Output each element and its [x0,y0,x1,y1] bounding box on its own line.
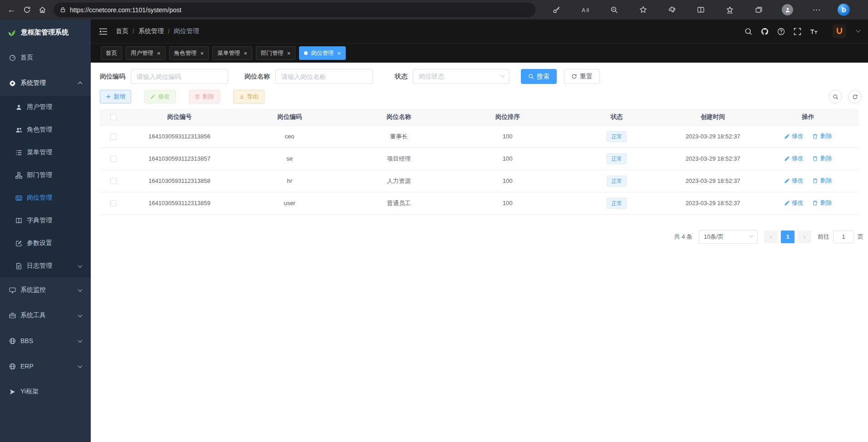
row-delete-link[interactable]: 删除 [812,154,832,162]
favorites-icon[interactable] [722,3,738,17]
sidebar-item-parameters[interactable]: 参数设置 [0,232,91,255]
menu-fold-icon[interactable] [99,28,108,35]
goto-unit: 页 [858,233,863,241]
status-badge: 正常 [607,153,627,164]
export-button[interactable]: 导出 [233,90,265,103]
sidebar-item-monitoring[interactable]: 系统监控 [0,277,91,303]
app-frame: 意框架管理系统 首页 系统管理 用户管理 角色管理 菜单管理 [0,20,868,442]
sidebar-item-system[interactable]: 系统管理 [0,70,91,96]
goto-page-input[interactable] [833,231,854,243]
site-security-lock-icon[interactable] [60,7,66,13]
fullscreen-icon[interactable] [794,28,801,35]
row-checkbox[interactable] [110,200,117,206]
zoom-icon[interactable] [607,3,622,17]
extensions-icon[interactable] [664,3,680,17]
tab-close-icon[interactable]: × [287,50,291,56]
cell-created-time: 2023-03-29 18:52:37 [669,192,757,214]
github-icon[interactable] [761,28,769,35]
row-checkbox[interactable] [110,133,117,140]
breadcrumb-item-home[interactable]: 首页 [116,27,128,35]
add-button[interactable]: 新增 [100,90,131,103]
tab-user-management[interactable]: 用户管理 × [126,46,166,60]
breadcrumb-item-system[interactable]: 系统管理 [138,27,164,35]
tab-home[interactable]: 首页 [101,46,122,60]
post-code-input[interactable] [131,69,228,84]
globe-icon [9,363,16,370]
cell-post-sort: 100 [450,170,565,192]
profile-avatar[interactable] [780,3,795,17]
delete-button-label: 删除 [202,93,214,101]
next-page-button[interactable]: › [798,231,811,243]
tab-close-icon[interactable]: × [244,50,247,56]
current-page-button[interactable]: 1 [781,231,794,243]
back-icon[interactable]: ← [4,3,19,17]
edit-button[interactable]: 修改 [144,90,176,103]
row-delete-link[interactable]: 删除 [812,177,832,185]
avatar-caret-icon[interactable] [856,28,861,32]
sidebar-item-menus[interactable]: 菜单管理 [0,141,91,164]
sidebar-item-posts[interactable]: 岗位管理 [0,187,91,209]
home-icon[interactable] [34,3,50,17]
sidebar-item-users[interactable]: 用户管理 [0,96,91,118]
select-all-checkbox[interactable] [110,114,117,120]
sidebar-item-label: Yi框架 [20,388,39,396]
org-tree-icon [15,172,22,179]
cell-post-id: 1641030593112313858 [127,170,232,192]
row-delete-link[interactable]: 删除 [812,132,832,140]
read-aloud-icon[interactable]: A [578,3,593,17]
status-badge: 正常 [607,131,627,142]
sidebar-item-yi-framework[interactable]: Yi框架 [0,379,91,404]
tab-close-icon[interactable]: × [337,50,341,56]
tab-post-management[interactable]: 岗位管理 × [299,46,346,60]
cell-post-name: 项目经理 [348,147,451,170]
status-select[interactable]: 岗位状态 [413,69,509,84]
sidebar-item-departments[interactable]: 部门管理 [0,164,91,187]
passwords-key-icon[interactable] [549,3,564,17]
tab-close-icon[interactable]: × [157,50,161,56]
tab-close-icon[interactable]: × [201,50,204,56]
row-checkbox[interactable] [110,178,117,184]
row-edit-link[interactable]: 修改 [784,132,804,140]
font-size-icon[interactable] [810,28,818,35]
svg-text:A: A [582,7,585,13]
refresh-table-button[interactable] [848,90,862,103]
tab-dept-management[interactable]: 部门管理 × [256,46,296,60]
user-avatar[interactable] [833,25,846,38]
delete-button[interactable]: 删除 [189,90,220,103]
cell-post-code: ceo [232,125,348,147]
row-delete-link[interactable]: 删除 [812,199,832,207]
sidebar-item-logs[interactable]: 日志管理 [0,255,91,277]
search-button[interactable]: 搜索 [521,69,557,84]
tab-role-management[interactable]: 角色管理 × [169,46,209,60]
sidebar-item-erp[interactable]: ERP [0,354,91,379]
globe-icon [9,338,16,344]
post-name-input[interactable] [275,69,373,84]
sidebar-item-home[interactable]: 首页 [0,45,91,70]
help-icon[interactable] [777,28,785,35]
toggle-search-button[interactable] [829,90,842,103]
prev-page-button[interactable]: ‹ [764,231,778,243]
sidebar-item-bbs[interactable]: BBS [0,328,91,354]
reset-button[interactable]: 重置 [564,69,600,84]
url-text[interactable]: https://ccnetcore.com:1101/system/post [70,6,181,14]
sidebar-item-roles[interactable]: 角色管理 [0,118,91,141]
row-edit-link[interactable]: 修改 [784,154,804,162]
row-edit-link[interactable]: 修改 [784,177,804,185]
page-size-select[interactable]: 10条/页 [699,230,758,244]
row-delete-label: 删除 [820,199,832,207]
split-screen-icon[interactable] [693,3,709,17]
app-title: 意框架管理系统 [21,28,69,37]
row-checkbox[interactable] [110,156,117,162]
row-edit-link[interactable]: 修改 [784,199,804,207]
more-options-icon[interactable]: ⋯ [809,3,824,17]
sidebar-item-dictionary[interactable]: 字典管理 [0,209,91,232]
refresh-icon[interactable] [19,3,34,17]
bing-copilot-icon[interactable]: b [838,4,850,16]
address-bar[interactable]: https://ccnetcore.com:1101/system/post [54,3,535,17]
sidebar-item-tools[interactable]: 系统工具 [0,303,91,328]
collections-icon[interactable] [751,3,766,17]
tab-menu-management[interactable]: 菜单管理 × [212,46,252,60]
add-favorite-icon[interactable] [636,3,651,17]
search-icon[interactable] [745,28,752,35]
chevron-up-icon [78,81,83,86]
